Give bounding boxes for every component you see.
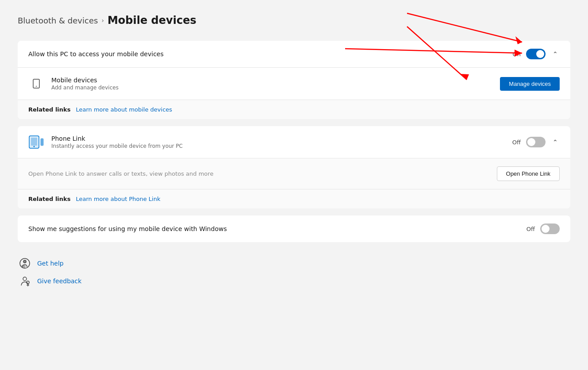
learn-more-mobile-devices-link[interactable]: Learn more about mobile devices [76, 106, 172, 113]
open-phone-link-description: Open Phone Link to answer calls or texts… [28, 170, 213, 177]
mobile-device-icon [28, 76, 44, 92]
allow-access-toggle-label: On [513, 51, 521, 58]
allow-access-chevron-button[interactable]: ⌃ [551, 49, 560, 59]
allow-access-title: Allow this PC to access your mobile devi… [28, 50, 164, 58]
related-links-2-row: Related links Learn more about Phone Lin… [18, 189, 570, 208]
mobile-devices-row: Mobile devices Add and manage devices Ma… [18, 67, 570, 100]
related-links-2-label: Related links [28, 196, 70, 202]
give-feedback-icon [18, 274, 32, 288]
suggestions-toggle-label: Off [527, 226, 535, 232]
phone-link-text-block: Phone Link Instantly access your mobile … [51, 135, 183, 149]
related-links-1-row: Related links Learn more about mobile de… [18, 100, 570, 119]
allow-access-card: Allow this PC to access your mobile devi… [18, 41, 570, 119]
suggestions-toggle[interactable] [540, 224, 560, 234]
allow-access-left: Allow this PC to access your mobile devi… [28, 50, 164, 58]
mobile-devices-title: Mobile devices [51, 77, 119, 84]
get-help-link[interactable]: Get help [37, 260, 64, 267]
bottom-links-section: Get help Give feedback [18, 256, 570, 288]
svg-rect-5 [41, 139, 43, 146]
allow-access-text-block: Allow this PC to access your mobile devi… [28, 50, 164, 58]
phone-link-title: Phone Link [51, 135, 183, 142]
get-help-item[interactable]: Get help [18, 256, 570, 270]
toggle-thumb [536, 50, 544, 58]
phone-link-card: Phone Link Instantly access your mobile … [18, 126, 570, 208]
mobile-devices-subtitle: Add and manage devices [51, 85, 119, 91]
suggestions-text: Show me suggestions for using my mobile … [28, 225, 227, 232]
open-phone-link-row: Open Phone Link to answer calls or texts… [18, 158, 570, 189]
svg-point-6 [34, 146, 35, 147]
allow-access-row: Allow this PC to access your mobile devi… [18, 41, 570, 67]
give-feedback-link[interactable]: Give feedback [37, 278, 81, 285]
page-title: Mobile devices [108, 14, 196, 27]
phone-link-left: Phone Link Instantly access your mobile … [28, 134, 183, 150]
allow-access-right: On ⌃ [513, 49, 560, 59]
breadcrumb-chevron-icon: › [101, 17, 104, 24]
related-links-1-label: Related links [28, 106, 70, 113]
suggestions-right: Off [527, 224, 560, 234]
svg-point-11 [23, 277, 27, 281]
mobile-devices-text-block: Mobile devices Add and manage devices [51, 77, 119, 91]
phone-link-right: Off ⌃ [512, 137, 560, 147]
phone-link-icon [28, 134, 44, 150]
phone-link-chevron-button[interactable]: ⌃ [551, 137, 560, 147]
suggestions-toggle-thumb [542, 225, 550, 233]
phone-link-toggle-label: Off [512, 139, 521, 146]
svg-rect-4 [31, 138, 37, 146]
allow-access-toggle[interactable] [526, 49, 546, 59]
mobile-devices-left: Mobile devices Add and manage devices [28, 76, 119, 92]
breadcrumb: Bluetooth & devices › Mobile devices [18, 14, 570, 27]
phone-link-toggle[interactable] [526, 137, 546, 147]
open-phone-link-button[interactable]: Open Phone Link [497, 166, 560, 181]
phone-link-toggle-thumb [527, 138, 535, 146]
breadcrumb-parent[interactable]: Bluetooth & devices [18, 16, 98, 25]
manage-devices-button[interactable]: Manage devices [500, 77, 560, 91]
learn-more-phone-link-link[interactable]: Learn more about Phone Link [76, 196, 160, 202]
phone-link-header-row: Phone Link Instantly access your mobile … [18, 126, 570, 158]
svg-point-1 [36, 86, 37, 87]
give-feedback-item[interactable]: Give feedback [18, 274, 570, 288]
phone-link-subtitle: Instantly access your mobile device from… [51, 143, 183, 149]
mobile-devices-right: Manage devices [500, 77, 560, 91]
get-help-icon [18, 256, 32, 270]
suggestions-row: Show me suggestions for using my mobile … [18, 216, 570, 242]
suggestions-card: Show me suggestions for using my mobile … [18, 216, 570, 242]
